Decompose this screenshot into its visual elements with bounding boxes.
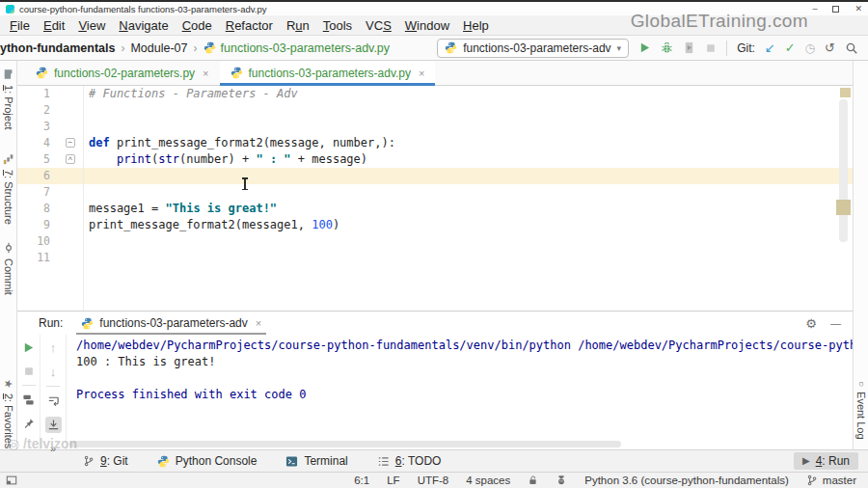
tool-button-event-log[interactable]: ○ Event Log [855, 381, 867, 440]
close-icon[interactable]: × [256, 317, 261, 329]
code-text: def print_message_format2(message, numbe… [71, 135, 395, 151]
code-editor[interactable]: 1# Functions - Parameters - Adv234−def p… [17, 86, 853, 311]
console-line: /home/webdev/PycharmProjects/course-pyth… [76, 338, 853, 354]
code-text [71, 233, 89, 250]
window-controls: – ✕ [812, 5, 862, 14]
line-number: 4 [29, 135, 50, 151]
breadcrumb-item[interactable]: ython-fundamentals [0, 41, 115, 55]
tool-button-favorites[interactable]: ★2: Favorites [3, 379, 14, 448]
tool-button-structure[interactable]: 7: Structure [3, 153, 14, 225]
menu-tools[interactable]: Tools [316, 18, 359, 33]
restore-layout-button[interactable] [22, 393, 35, 406]
unlock-icon[interactable] [528, 474, 538, 486]
run-configuration-select[interactable]: functions-03-parameters-adv ▾ [437, 39, 629, 58]
tool-button-git[interactable]: 9: Git [83, 454, 128, 468]
tool-button-label: 6: TODO [395, 454, 442, 468]
next-occurrence-button[interactable]: ↓ [50, 366, 57, 378]
gear-icon[interactable]: ⚙ [805, 317, 817, 330]
python-interpreter[interactable]: Python 3.6 (course-python-fundamentals) [584, 474, 789, 486]
breadcrumb-item[interactable]: Module-07 [130, 41, 187, 55]
python-icon [36, 67, 48, 79]
menu-bar: FileEditViewNavigateCodeRefactorRunTools… [0, 15, 868, 36]
menu-refactor[interactable]: Refactor [219, 18, 280, 33]
git-commit-button[interactable]: ✓ [785, 41, 796, 54]
scroll-to-end-button[interactable] [45, 417, 62, 433]
tool-button-label: Terminal [304, 454, 347, 468]
editor-tab[interactable]: functions-03-parameters-adv.py× [220, 61, 436, 85]
tool-button-pythonconsole[interactable]: Python Console [157, 454, 258, 468]
menu-vcs[interactable]: VCS [359, 18, 398, 33]
run-with-coverage-button[interactable] [683, 41, 695, 54]
menu-help[interactable]: Help [456, 18, 496, 33]
breadcrumb-item[interactable]: functions-03-parameters-adv.py [221, 41, 391, 55]
file-encoding[interactable]: UTF-8 [418, 474, 449, 486]
run-panel-tab[interactable]: functions-03-parameters-adv × [76, 312, 266, 335]
tool-button-commit[interactable]: Commit [3, 242, 14, 295]
stop-button[interactable] [705, 42, 717, 54]
maximize-icon[interactable] [832, 6, 839, 13]
debug-button[interactable] [661, 41, 673, 54]
branch-icon [806, 474, 818, 486]
hide-panel-icon[interactable]: — [830, 318, 841, 329]
caret-position[interactable]: 6:1 [354, 474, 369, 486]
menu-run[interactable]: Run [280, 18, 316, 33]
prev-occurrence-button[interactable]: ↑ [50, 341, 57, 354]
code-text [71, 119, 89, 135]
editor-scrollbar[interactable] [839, 99, 848, 242]
code-line: 8message1 = "This is great!" [17, 201, 853, 217]
gutter-separator [83, 86, 84, 311]
history-button[interactable]: ◷ [805, 42, 815, 54]
menu-file[interactable]: File [3, 18, 37, 33]
pin-tab-button[interactable] [23, 418, 35, 429]
editor-gutter: 7 [17, 184, 71, 201]
minimize-icon[interactable]: – [812, 5, 817, 14]
run-console-output[interactable]: /home/webdev/PycharmProjects/course-pyth… [67, 335, 853, 449]
line-ending[interactable]: LF [387, 474, 399, 486]
inspection-mark[interactable] [840, 88, 851, 97]
inspection-profile-icon[interactable] [556, 474, 567, 486]
close-icon[interactable]: ✕ [854, 5, 862, 14]
search-everywhere-button[interactable] [845, 41, 858, 55]
rerun-button[interactable] [22, 341, 35, 354]
close-icon[interactable]: × [203, 68, 208, 79]
close-icon[interactable]: × [419, 68, 424, 79]
more-options-icon[interactable]: » [50, 443, 56, 454]
inspection-mark[interactable] [836, 200, 851, 215]
menu-code[interactable]: Code [176, 18, 219, 33]
fold-end-icon[interactable]: ˄ [66, 154, 75, 164]
run-toolbar-secondary: ↑ ↓ » [41, 335, 67, 449]
run-tool-window: Run: functions-03-parameters-adv × ⚙ — [17, 311, 853, 449]
toolbar-divider [726, 41, 727, 56]
run-button[interactable] [638, 41, 651, 54]
console-horizontal-scrollbar[interactable] [69, 441, 621, 447]
editor-tab[interactable]: functions-02-parameters.py× [25, 61, 220, 85]
code-text [71, 168, 89, 184]
tool-button-project[interactable]: 1: Project [3, 68, 14, 129]
rollback-button[interactable]: ↺ [825, 41, 835, 54]
soft-wrap-button[interactable] [47, 394, 60, 407]
console-line [76, 370, 853, 387]
menu-edit[interactable]: Edit [37, 18, 71, 33]
tool-button-todo[interactable]: 6: TODO [377, 454, 442, 468]
git-branch-widget[interactable]: master [806, 474, 856, 486]
tool-button-terminal[interactable]: Terminal [285, 454, 347, 468]
code-line: 7 [17, 184, 853, 201]
code-text: message1 = "This is great!" [71, 201, 277, 217]
tool-button-run[interactable]: ▶4: Run [794, 452, 858, 470]
tool-window-toggle-icon[interactable] [6, 474, 17, 486]
git-update-button[interactable]: ↙ [765, 41, 775, 54]
menu-navigate[interactable]: Navigate [112, 18, 175, 33]
indent-setting[interactable]: 4 spaces [466, 474, 510, 486]
stop-button[interactable] [23, 366, 35, 377]
fold-collapse-icon[interactable]: − [66, 138, 75, 148]
code-line: 2 [17, 102, 853, 119]
code-line: 10 [17, 233, 853, 250]
menu-window[interactable]: Window [398, 18, 456, 33]
console-line: Process finished with exit code 0 [76, 387, 853, 403]
title-bar: course-python-fundamentals functions-03-… [0, 0, 868, 15]
line-number: 1 [29, 86, 50, 102]
menu-view[interactable]: View [71, 18, 112, 33]
code-line: 3 [17, 119, 853, 135]
line-number: 3 [29, 119, 50, 135]
center-column: functions-02-parameters.py×functions-03-… [17, 61, 853, 449]
